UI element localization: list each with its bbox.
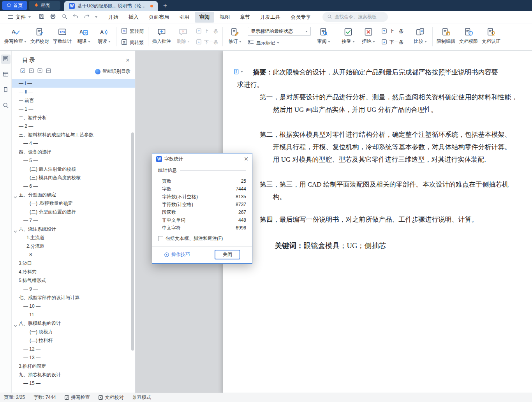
save-button[interactable] [39, 13, 45, 21]
toc-item[interactable]: — 9 — [12, 285, 135, 293]
menu-tab-4[interactable]: 审阅 [195, 12, 214, 23]
toc-item[interactable]: — 2 — [12, 122, 135, 130]
toc-item[interactable]: — 5 — [12, 156, 135, 165]
toc-item[interactable]: (一) .型腔数量的确定 [12, 199, 135, 208]
word-count-indicator[interactable]: 字数: 7444 [33, 394, 56, 401]
menu-tab-5[interactable]: 视图 [215, 12, 234, 23]
btn-readaloud[interactable]: A朗读 [94, 24, 114, 50]
new-tab-button[interactable]: + [163, 2, 167, 9]
toc-item[interactable]: — Ⅱ — [12, 88, 135, 96]
toc-item[interactable]: (二) 分型面位置的选择 [12, 208, 135, 216]
thumbnail-panel-button[interactable] [1, 70, 11, 79]
btn-wordcount[interactable]: 123字数统计 [51, 24, 74, 50]
bookmark-panel-button[interactable] [1, 86, 11, 95]
toc-item[interactable]: 九、抽芯机构的设计 [12, 370, 135, 379]
menu-tab-1[interactable]: 插入 [124, 12, 143, 23]
toc-item[interactable]: 七、成型零部件的设计与计算 [12, 293, 135, 302]
toc-item[interactable]: — 11 — [12, 310, 135, 319]
toc-item[interactable]: 三、塑料材料的成型特征与工艺参数 [12, 130, 135, 139]
toc-item[interactable]: (二) 拉料杆 [12, 336, 135, 345]
toc-item[interactable]: 二、塑件分析 [12, 113, 135, 122]
toc-item[interactable]: 4.冷料穴 [12, 268, 135, 276]
file-menu-button[interactable]: 文件 [5, 14, 34, 21]
btn-prev-comment[interactable]: 上一条 [196, 28, 218, 35]
btn-translate[interactable]: A文翻译 [74, 24, 94, 50]
toc-item[interactable]: — 6 — [12, 182, 135, 190]
spellcheck-toggle[interactable]: 拼写检查 [64, 394, 90, 401]
toc-item[interactable]: 3.推杆的固定 [12, 362, 135, 370]
close-button[interactable]: 关闭 [215, 250, 240, 259]
btn-insert-comment[interactable]: 插入批注 [150, 24, 173, 50]
tips-link[interactable]: 操作技巧 [164, 251, 190, 258]
print-preview-button[interactable] [61, 13, 67, 21]
menu-tab-8[interactable]: 会员专享 [286, 12, 315, 23]
catalog-panel-button[interactable] [1, 55, 11, 64]
undo-button[interactable] [72, 13, 79, 21]
menu-tab-2[interactable]: 页面布局 [144, 12, 174, 23]
toc-item[interactable]: 5.排气槽形式 [12, 276, 135, 285]
paragraph-format-icon[interactable] [233, 69, 243, 75]
dialog-titlebar[interactable]: W 字数统计 ✕ [152, 153, 252, 164]
toc-scrollbar[interactable] [131, 132, 134, 351]
btn-doc-certify[interactable]: 文档认证 [480, 24, 502, 50]
close-icon[interactable]: × [126, 57, 130, 63]
toc-item[interactable]: — 12 — [12, 345, 135, 353]
toc-item[interactable]: — 8 — [12, 250, 135, 259]
btn-review[interactable]: 审阅 [314, 24, 334, 50]
include-textbox-checkbox[interactable]: 包括文本框、脚注和尾注(F) [158, 235, 246, 242]
check-select-button[interactable] [20, 68, 26, 75]
document-page[interactable]: 摘要：此次眼镜盒的设计，从开始确定产品到最后完成都严格按照毕业说明书内容要求进行… [223, 51, 532, 393]
btn-doc-permission[interactable]: 文档权限 [457, 24, 480, 50]
toc-item[interactable]: — 15 — [12, 379, 135, 388]
collapse-minus-button[interactable] [46, 68, 51, 75]
print-button[interactable] [50, 13, 56, 21]
docer-tab[interactable]: 稻壳 [29, 1, 60, 10]
smart-recognize-button[interactable]: 智能识别目录 [95, 68, 130, 75]
command-search[interactable]: 查找命令、搜索模板 [322, 12, 388, 22]
redo-button[interactable] [84, 13, 90, 21]
btn-next-revision[interactable]: 下一条 [381, 39, 403, 46]
toc-item[interactable]: (二) 最大注射量的校核 [12, 165, 135, 173]
btn-restrict-editing[interactable]: 限制编辑 [435, 24, 457, 50]
toc-item[interactable]: — 13 — [12, 353, 135, 362]
toc-item[interactable]: — 1 — [12, 105, 135, 113]
toc-item[interactable]: 四、设备的选择 [12, 148, 135, 156]
toc-item[interactable]: 六、浇注系统设计 [12, 225, 135, 233]
toc-item[interactable]: 八、脱模机构的设计 [12, 319, 135, 328]
collapse-up-button[interactable] [28, 68, 34, 75]
toc-item[interactable]: (三) 模具闭合高度的校核 [12, 173, 135, 182]
expand-caret-icon[interactable] [14, 193, 17, 199]
toc-item[interactable]: — 7 — [12, 216, 135, 225]
toc-item[interactable]: 一.前言 [12, 96, 135, 105]
btn-delete-comment[interactable]: 删除 [173, 24, 193, 50]
home-tab[interactable]: 首页 [2, 1, 27, 10]
document-tab[interactable]: W 基于UG的隐形眼... 说明书（论文） [64, 1, 158, 11]
toc-item[interactable]: — 4 — [12, 139, 135, 148]
btn-reject[interactable]: 拒绝 [358, 24, 379, 50]
btn-spellcheck[interactable]: A拼写检查 [2, 24, 28, 50]
expand-caret-icon[interactable] [14, 227, 17, 233]
btn-traditional-to-simplified[interactable]: 简繁转简 [121, 27, 144, 35]
document-text[interactable]: 摘要：此次眼镜盒的设计，从开始确定产品到最后完成都严格按照毕业说明书内容要求进行… [223, 51, 532, 252]
checkbox-icon[interactable] [158, 236, 163, 241]
toc-item[interactable]: — 10 — [12, 302, 135, 310]
toc-item[interactable]: 1.主流道 [12, 233, 135, 242]
proofread-toggle[interactable]: 文档校对 [98, 394, 123, 401]
menu-tab-6[interactable]: 章节 [235, 12, 255, 23]
btn-track-changes[interactable]: 修订 [225, 24, 245, 50]
search-panel-button[interactable] [1, 101, 11, 111]
toc-item[interactable]: 五、分型面的确定 [12, 190, 135, 199]
btn-simplified-to-traditional[interactable]: 繁简转繁 [121, 39, 144, 47]
btn-compare[interactable]: 比较 [410, 24, 430, 50]
menu-tab-7[interactable]: 开发工具 [255, 12, 285, 23]
expand-plus-button[interactable] [37, 68, 43, 75]
toc-item[interactable]: 2.分流道 [12, 242, 135, 250]
btn-proofread[interactable]: 文档校对 [28, 24, 51, 50]
menu-tab-3[interactable]: 引用 [174, 12, 194, 23]
btn-accept[interactable]: 接受 [338, 24, 358, 50]
page-indicator[interactable]: 页面: 2/25 [4, 394, 25, 401]
toc-item[interactable]: 3.浇口 [12, 259, 135, 268]
toc-item[interactable]: — Ⅰ — [12, 79, 135, 88]
close-icon[interactable]: ✕ [244, 156, 248, 162]
btn-prev-revision[interactable]: 上一条 [381, 28, 403, 35]
